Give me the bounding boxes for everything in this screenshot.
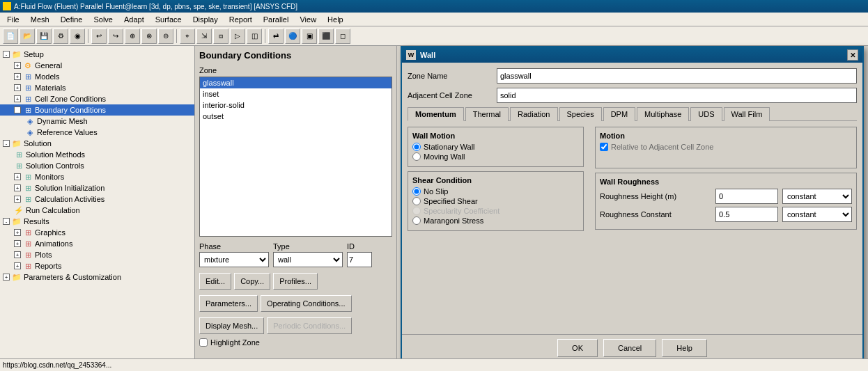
moving-radio[interactable] [412, 152, 421, 161]
tab-wall-film[interactable]: Wall Film [724, 107, 770, 121]
solution-expander[interactable]: - [3, 140, 10, 147]
dialog-close-btn[interactable]: ✕ [847, 49, 858, 61]
tree-dynamic-mesh[interactable]: ◈ Dynamic Mesh [0, 116, 194, 127]
operating-btn[interactable]: Operating Conditions... [261, 295, 352, 312]
relative-checkbox[interactable] [600, 143, 608, 151]
toolbar-btn5[interactable]: ◉ [70, 29, 85, 44]
toolbar-btn9[interactable]: ⊗ [141, 29, 157, 44]
tree-solution-methods[interactable]: ⊞ Solution Methods [0, 149, 194, 160]
tree-solution-controls[interactable]: ⊞ Solution Controls [0, 160, 194, 171]
tree-run-calc[interactable]: ⚡ Run Calculation [0, 205, 194, 216]
roughness-constant-select[interactable]: constant [782, 207, 852, 222]
zone-item-glasswall[interactable]: glasswall [200, 77, 392, 88]
edit-btn[interactable]: Edit... [199, 273, 231, 290]
zone-item-interior-solid[interactable]: interior-solid [200, 100, 392, 111]
menu-view[interactable]: View [294, 14, 322, 25]
params-expander[interactable]: + [3, 274, 10, 281]
id-input[interactable] [347, 252, 372, 267]
toolbar-btn4[interactable]: ⚙ [53, 29, 68, 44]
toolbar-btn12[interactable]: ⇲ [196, 29, 212, 44]
tree-reports[interactable]: + ⊞ Reports [0, 260, 194, 271]
phase-select[interactable]: mixture [199, 252, 269, 267]
toolbar-open-btn[interactable]: 📂 [20, 29, 35, 44]
menu-parallel[interactable]: Parallel [258, 14, 295, 25]
tree-graphics[interactable]: + ⊞ Graphics [0, 227, 194, 238]
toolbar-btn10[interactable]: ⊖ [158, 29, 173, 44]
toolbar-btn6[interactable]: ↩ [91, 29, 107, 44]
menu-display[interactable]: Display [187, 14, 224, 25]
menu-mesh[interactable]: Mesh [25, 14, 55, 25]
tab-uds[interactable]: UDS [690, 107, 722, 121]
menu-adapt[interactable]: Adapt [118, 14, 150, 25]
tab-multiphase[interactable]: Multiphase [637, 107, 689, 121]
stationary-radio[interactable] [412, 143, 421, 151]
cell-zone-expander[interactable]: + [14, 95, 21, 102]
type-select[interactable]: wall [273, 252, 343, 267]
toolbar-btn14[interactable]: ▷ [230, 29, 245, 44]
tab-dpm[interactable]: DPM [603, 107, 635, 121]
setup-expander[interactable]: - [3, 51, 10, 58]
materials-expander[interactable]: + [14, 84, 21, 91]
toolbar-save-btn[interactable]: 💾 [36, 29, 52, 44]
menu-report[interactable]: Report [224, 14, 258, 25]
menu-define[interactable]: Define [55, 14, 88, 25]
marangoni-radio[interactable] [412, 216, 421, 225]
tree-solution[interactable]: - 📁 Solution [0, 138, 194, 149]
toolbar-btn16[interactable]: ⇄ [268, 29, 284, 44]
plots-expander[interactable]: + [14, 251, 21, 258]
tab-thermal[interactable]: Thermal [465, 107, 509, 121]
toolbar-btn17[interactable]: 🔵 [285, 29, 300, 44]
tab-species[interactable]: Species [559, 107, 602, 121]
tree-cell-zone[interactable]: + ⊞ Cell Zone Conditions [0, 93, 194, 104]
display-mesh-btn[interactable]: Display Mesh... [199, 317, 264, 334]
tree-params[interactable]: + 📁 Parameters & Customization [0, 271, 194, 283]
menu-file[interactable]: File [1, 14, 25, 25]
monitors-expander[interactable]: + [14, 173, 21, 180]
roughness-height-input[interactable] [715, 189, 778, 204]
zone-item-inset[interactable]: inset [200, 88, 392, 100]
tab-radiation[interactable]: Radiation [510, 107, 557, 121]
toolbar-btn15[interactable]: ◫ [247, 29, 262, 44]
tree-results[interactable]: - 📁 Results [0, 216, 194, 227]
tab-momentum[interactable]: Momentum [408, 107, 464, 121]
animations-expander[interactable]: + [14, 240, 21, 247]
copy-btn[interactable]: Copy... [234, 273, 270, 290]
cancel-btn[interactable]: Cancel [603, 339, 656, 357]
reports-expander[interactable]: + [14, 262, 21, 269]
zone-list[interactable]: glasswall inset interior-solid outset [199, 77, 392, 237]
tree-plots[interactable]: + ⊞ Plots [0, 249, 194, 260]
profiles-btn[interactable]: Profiles... [273, 273, 318, 290]
toolbar-btn13[interactable]: ⧈ [213, 29, 228, 44]
help-btn[interactable]: Help [662, 339, 707, 357]
tree-animations[interactable]: + ⊞ Animations [0, 238, 194, 249]
menu-surface[interactable]: Surface [150, 14, 187, 25]
specified-shear-radio[interactable] [412, 197, 421, 205]
no-slip-radio[interactable] [412, 187, 421, 196]
parameters-btn[interactable]: Parameters... [199, 295, 258, 312]
tree-monitors[interactable]: + ⊞ Monitors [0, 171, 194, 182]
tree-reference-values[interactable]: ◈ Reference Values [0, 127, 194, 138]
tree-general[interactable]: + ⚙ General [0, 60, 194, 71]
adjacent-zone-input[interactable] [497, 88, 857, 103]
menu-solve[interactable]: Solve [88, 14, 118, 25]
periodic-btn[interactable]: Periodic Conditions... [267, 317, 352, 334]
graphics-expander[interactable]: + [14, 229, 21, 236]
calc-act-expander[interactable]: + [14, 196, 21, 203]
boundary-expander[interactable]: - [14, 106, 21, 113]
results-expander[interactable]: - [3, 218, 10, 225]
ok-btn[interactable]: OK [557, 339, 598, 357]
menu-help[interactable]: Help [322, 14, 349, 25]
tree-solution-init[interactable]: + ⊞ Solution Initialization [0, 182, 194, 194]
toolbar-btn8[interactable]: ⊕ [125, 29, 140, 44]
toolbar-btn11[interactable]: ⌖ [180, 29, 195, 44]
sol-init-expander[interactable]: + [14, 184, 21, 191]
roughness-height-select[interactable]: constant [782, 189, 852, 204]
toolbar-btn18[interactable]: ▣ [302, 29, 317, 44]
tree-setup[interactable]: - 📁 Setup [0, 49, 194, 60]
zone-name-input[interactable] [497, 68, 857, 84]
tree-materials[interactable]: + ⊞ Materials [0, 82, 194, 93]
models-expander[interactable]: + [14, 73, 21, 80]
toolbar-btn7[interactable]: ↪ [108, 29, 123, 44]
general-expander[interactable]: + [14, 62, 21, 69]
toolbar-btn20[interactable]: ◻ [335, 29, 350, 44]
